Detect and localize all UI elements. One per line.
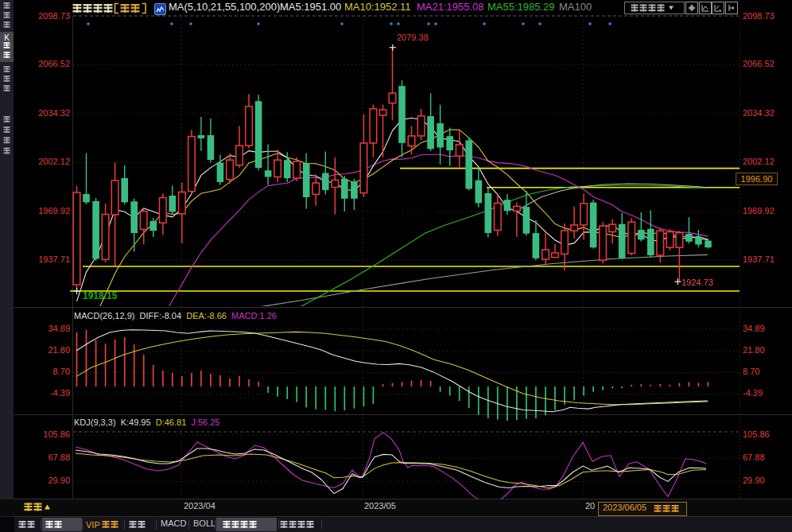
svg-text:VIP: VIP bbox=[86, 520, 100, 530]
svg-text:K: K bbox=[4, 33, 10, 42]
